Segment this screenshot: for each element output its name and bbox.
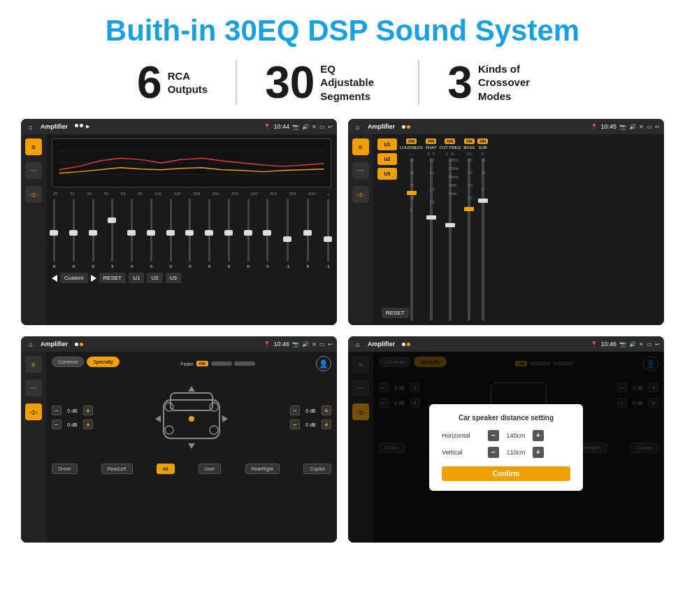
fader-sliders — [211, 361, 255, 366]
eq-graph-svg — [52, 139, 331, 187]
amp-reset-btn-s2[interactable]: RESET — [382, 305, 409, 318]
cutfreq-label: CUT FREQ — [440, 145, 461, 150]
vol-rl-minus[interactable]: − — [52, 420, 62, 429]
dot2-s1 — [80, 124, 83, 127]
stat-rca: 6 RCAOutputs — [109, 60, 237, 105]
eq-sliders-row: 0 0 0 5 — [52, 199, 331, 268]
eq-side-icon-s2[interactable]: ≡ — [352, 138, 369, 155]
confirm-button[interactable]: Confirm — [442, 466, 570, 481]
side-icons-s3: ≡ 〰 ◁▷ — [21, 352, 46, 543]
wave-side-icon-s2[interactable]: 〰 — [352, 162, 369, 179]
copilot-btn[interactable]: Copilot — [303, 464, 331, 474]
eq-slider-10: 0 — [247, 199, 250, 268]
eq-slider-5: 0 — [150, 199, 152, 268]
amp-main: U1 U2 U3 ON LOUDNESS ~ ~ — [373, 134, 664, 325]
vol-fr-minus[interactable]: − — [290, 406, 300, 415]
cutfreq-on[interactable]: ON — [445, 138, 455, 144]
svg-point-6 — [165, 403, 173, 411]
rearright-btn[interactable]: RearRight — [245, 464, 280, 474]
custom-preset-btn[interactable]: Custom — [60, 273, 88, 283]
bass-on[interactable]: ON — [464, 138, 475, 144]
title-s2: Amplifier — [368, 123, 395, 130]
eq-slider-9: 0 — [228, 199, 230, 268]
driver-btn[interactable]: Driver — [52, 464, 78, 474]
vol-rr-minus[interactable]: − — [290, 420, 300, 429]
close-icon-s2: ✕ — [639, 124, 644, 130]
u1-btn[interactable]: U1 — [129, 273, 144, 283]
screen-eq: ⌂ Amplifier ▶ 📍 10:44 📷 🔊 ✕ ▭ ↩ — [21, 119, 337, 325]
loudness-on[interactable]: ON — [406, 138, 417, 144]
dialog-row-horizontal: Horizontal − 140cm + — [442, 430, 570, 441]
wave-side-icon-s3[interactable]: 〰 — [25, 380, 42, 396]
vertical-plus[interactable]: + — [533, 447, 544, 458]
svg-marker-12 — [155, 415, 161, 422]
eq-slider-12: -1 — [286, 199, 289, 268]
car-svg — [150, 382, 233, 452]
eq-slider-4: 0 — [131, 199, 133, 268]
play-btn[interactable] — [91, 275, 96, 282]
vol-fl: − 0 dB + — [52, 406, 93, 415]
vol-side-icon[interactable]: ◁▷ — [25, 186, 42, 203]
fader-bar-2[interactable] — [234, 361, 255, 366]
vol-rr-plus[interactable]: + — [322, 420, 331, 429]
all-btn[interactable]: All — [157, 464, 175, 474]
close-icon-s3: ✕ — [312, 341, 317, 348]
eq-side-icon-s3[interactable]: ≡ — [25, 356, 42, 373]
svg-point-9 — [210, 426, 218, 434]
u2-btn[interactable]: U2 — [147, 273, 162, 283]
horizontal-plus[interactable]: + — [533, 430, 544, 441]
sub-slider[interactable]: 201550 — [482, 158, 484, 321]
sub-on[interactable]: ON — [477, 138, 488, 144]
horizontal-minus[interactable]: − — [488, 430, 499, 441]
tab-specialty-s3[interactable]: Specialty — [87, 357, 119, 367]
fader-top-row: Common Specialty Fader ON 👤 — [52, 356, 331, 371]
preset-u1[interactable]: U1 — [377, 138, 397, 150]
home-icon-s1: ⌂ — [25, 121, 36, 132]
close-icon-s4: ✕ — [639, 341, 644, 348]
side-icons-s2: ≡ 〰 ◁▷ — [348, 134, 373, 325]
bass-slider[interactable]: 2.52.01.51.00 — [468, 158, 470, 321]
loudness-slider[interactable]: 644832160 — [410, 158, 413, 321]
vol-fr-plus[interactable]: + — [322, 406, 331, 415]
speaker-col-left: − 0 dB + − 0 dB + — [52, 406, 93, 429]
user-icon-s3[interactable]: 👤 — [316, 356, 331, 371]
vol-fl-plus[interactable]: + — [83, 406, 93, 415]
vol-side-icon-s2[interactable]: ◁▷ — [352, 186, 369, 203]
loudness-label: LOUDNESS — [400, 145, 423, 150]
dots-s1: ▶ — [75, 124, 89, 129]
cutfreq-slider[interactable]: 160Hz100Hz80kHz70Hz60Hz — [449, 158, 452, 321]
phat-on[interactable]: ON — [426, 138, 436, 144]
phat-slider[interactable]: 3.02.11.30.5 — [430, 158, 433, 321]
reset-btn[interactable]: RESET — [99, 273, 127, 283]
preset-u2[interactable]: U2 — [377, 153, 397, 165]
user-btn[interactable]: User — [199, 464, 222, 474]
tab-common-s3[interactable]: Common — [52, 357, 84, 367]
fader-on-badge[interactable]: ON — [196, 361, 208, 366]
topbar-right-s2: 📍 10:45 📷 🔊 ✕ ▭ ↩ — [591, 123, 660, 130]
fader-bar-1[interactable] — [211, 361, 232, 366]
fader-tabs: Common Specialty — [52, 357, 120, 367]
prev-btn[interactable] — [52, 275, 57, 282]
eq-side-icon[interactable]: ≡ — [25, 138, 42, 155]
volume-icon-s4: 🔊 — [629, 341, 636, 348]
wave-side-icon[interactable]: 〰 — [25, 162, 42, 179]
vol-fl-minus[interactable]: − — [52, 406, 62, 415]
vol-rl-plus[interactable]: + — [83, 420, 93, 429]
svg-rect-4 — [171, 393, 212, 410]
u3-btn[interactable]: U3 — [166, 273, 181, 283]
vertical-minus[interactable]: − — [488, 447, 499, 458]
screens-grid: ⌂ Amplifier ▶ 📍 10:44 📷 🔊 ✕ ▭ ↩ — [21, 119, 664, 543]
svg-marker-13 — [222, 415, 228, 422]
amp-controls-grid: ON LOUDNESS ~ ~ 644832160 — [400, 138, 660, 321]
preset-u3[interactable]: U3 — [377, 168, 397, 180]
amp-ctrl-sub: ON SUB G 201550 — [477, 138, 488, 321]
fader-side-icon-s3[interactable]: ◁▷ — [25, 403, 42, 420]
screen-content-s3: ≡ 〰 ◁▷ Common Specialty Fader ON — [21, 352, 337, 543]
location-icon-s1: 📍 — [264, 124, 271, 130]
eq-slider-14: -1 — [326, 199, 330, 268]
rearleft-btn[interactable]: RearLeft — [101, 464, 133, 474]
reset-btn-s2[interactable]: RESET — [382, 308, 409, 318]
time-s2: 10:45 — [600, 123, 616, 130]
home-icon-s2: ⌂ — [352, 121, 363, 132]
amp-presets: U1 U2 U3 — [377, 138, 397, 321]
